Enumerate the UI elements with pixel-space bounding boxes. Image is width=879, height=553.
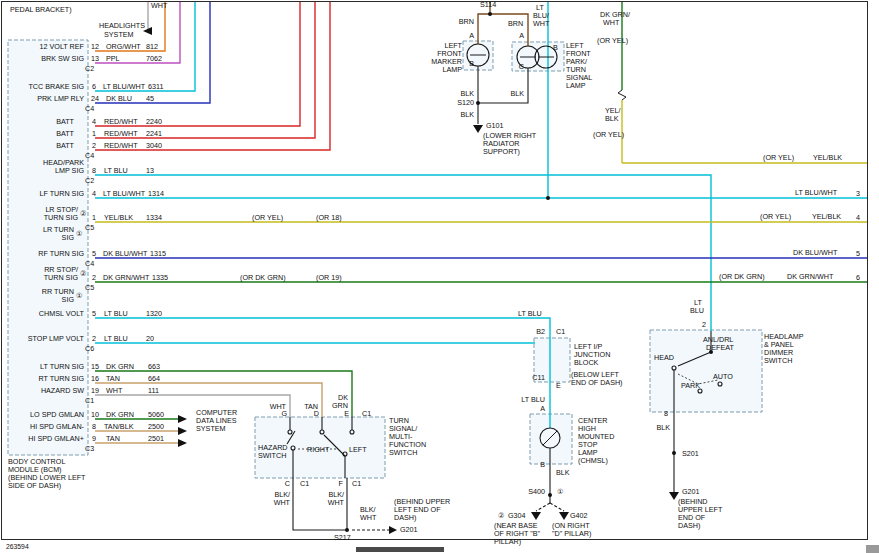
diagram-label: AUTO xyxy=(713,373,733,381)
diagram-label: G201 xyxy=(682,488,700,496)
diagram-label: C xyxy=(285,480,290,488)
scrollbar-thumb[interactable] xyxy=(356,547,444,552)
diagram-label: BLU xyxy=(690,307,704,315)
splice-dot xyxy=(488,12,492,16)
diagram-label: 6311 xyxy=(148,83,163,91)
diagram-label: 7062 xyxy=(146,55,162,63)
diagram-label: B xyxy=(469,60,474,68)
diagram-label: 111 xyxy=(148,387,159,395)
diagram-label: C11 xyxy=(532,374,545,382)
diagram-label: 1335 xyxy=(152,274,168,282)
diagram-label: 2240 xyxy=(146,118,162,126)
diagram-label: 5060 xyxy=(148,411,164,419)
diagram-label: LAMP xyxy=(566,82,586,90)
diagram-label: 1315 xyxy=(150,250,166,258)
diagram-label: S201 xyxy=(682,450,699,458)
diagram-label: SYSTEM xyxy=(196,425,226,433)
diagram-label: C2 xyxy=(85,177,94,185)
diagram-label: LT BLU xyxy=(104,335,128,343)
diagram-label: LMP SIG xyxy=(55,167,84,175)
diagram-label: 1320 xyxy=(146,310,162,318)
diagram-label: F xyxy=(339,480,343,488)
diagram-label: 1314 xyxy=(148,190,164,198)
diagram-label: DASH) xyxy=(678,522,700,530)
diagram-label: YEL/BLK xyxy=(104,214,133,222)
diagram-label: TURN SIG xyxy=(44,214,78,222)
diagram-label: 812 xyxy=(146,43,158,51)
diagram-label: G304 xyxy=(508,512,526,520)
diagram-label: PARK xyxy=(681,382,700,390)
diagram-label: TURN SIG xyxy=(44,274,78,282)
diagram-label: RED/WHT xyxy=(104,118,138,126)
diagram-label: BATT xyxy=(56,118,74,126)
diagram-label: 15 xyxy=(91,363,99,371)
diagram-label: TAN xyxy=(106,375,120,383)
diagram-label: C6 xyxy=(85,345,94,353)
diagram-label: G402 xyxy=(570,512,588,520)
diagram-label: LT BLU/WHT xyxy=(103,190,145,198)
diagram-label: HEADLIGHTS xyxy=(99,22,145,30)
diagram-label: B2 xyxy=(536,328,545,336)
diagram-label: 20 xyxy=(146,335,154,343)
diagram-label: SIDE OF DASH) xyxy=(8,482,61,490)
diagram-label: SWITCH xyxy=(764,357,792,365)
diagram-label: (OR DK GRN) xyxy=(719,273,765,281)
arrow-symbol xyxy=(178,427,187,435)
diagram-label: S217 xyxy=(334,534,351,542)
diagram-label: DK GRN/WHT xyxy=(787,273,833,281)
diagram-label: PRK LMP RLY xyxy=(37,95,84,103)
diagram-label: DK GRN/WHT xyxy=(103,274,149,282)
diagram-label: BLK xyxy=(656,424,670,432)
diagram-label: BLK xyxy=(460,111,474,119)
diagram-label: 8 xyxy=(664,410,668,418)
diagram-label: DK BLU/WHT xyxy=(103,250,147,258)
diagram-label: LT BLU xyxy=(104,310,128,318)
arrow-symbol xyxy=(473,125,483,133)
diagram-label: TAN/BLK xyxy=(104,423,133,431)
diagram-label: LT TURN SIG xyxy=(40,363,84,371)
diagram-label: 24 xyxy=(91,95,99,103)
splice-dot xyxy=(476,101,480,105)
diagram-label: SYSTEM xyxy=(104,31,134,39)
diagram-label: "D" PILLAR) xyxy=(552,530,591,538)
diagram-label: 5 xyxy=(92,250,96,258)
diagram-label: C4 xyxy=(85,260,94,268)
diagram-label: PPL xyxy=(106,55,120,63)
diagram-label: LT BLU xyxy=(518,310,542,318)
diagram-label: 2501 xyxy=(148,435,164,443)
splice-dot xyxy=(345,528,349,532)
diagram-label: HI SPD GMLAN- xyxy=(30,423,84,431)
diagram-label: S400 xyxy=(528,488,545,496)
wiring-diagram-page: PEDAL BRACKET)WHTHEADLIGHTSSYSTEM12 VOLT… xyxy=(0,0,879,553)
diagram-label: LF TURN SIG xyxy=(39,190,84,198)
diagram-label: ① xyxy=(76,292,82,300)
diagram-label: 2 xyxy=(92,274,96,282)
diagram-label: DEFEAT xyxy=(706,344,734,352)
diagram-label: C3 xyxy=(85,445,94,453)
diagram-label: A xyxy=(540,405,545,413)
diagram-label: 1334 xyxy=(146,214,162,222)
diagram-label: (OR YEL) xyxy=(760,213,791,221)
wire xyxy=(478,14,490,44)
diagram-label: ① xyxy=(76,230,82,238)
diagram-label: 10 xyxy=(91,411,99,419)
diagram-label: ORG/WHT xyxy=(106,43,141,51)
diagram-label: BATT xyxy=(56,142,74,150)
diagram-label: DK BLU xyxy=(106,95,132,103)
diagram-label: SWITCH xyxy=(389,449,417,457)
diagram-label: 664 xyxy=(148,375,160,383)
diagram-label: SIG xyxy=(62,234,74,242)
diagram-label: SWITCH xyxy=(258,452,286,460)
diagram-label: LT BLU xyxy=(104,167,128,175)
diagram-label: (CHMSL) xyxy=(578,457,608,465)
diagram-label: TCC BRAKE SIG xyxy=(28,83,84,91)
diagram-label: RED/WHT xyxy=(104,142,138,150)
diagram-label: WHT xyxy=(328,499,344,507)
arrow-symbol xyxy=(389,526,397,534)
diagram-label: 6 xyxy=(856,274,860,282)
wire xyxy=(618,90,626,100)
diagram-label: (OR YEL) xyxy=(252,214,283,222)
diagram-label: E xyxy=(556,382,561,390)
diagram-label: D xyxy=(314,410,319,418)
diagram-label: STOP LMP VOLT xyxy=(28,335,84,343)
